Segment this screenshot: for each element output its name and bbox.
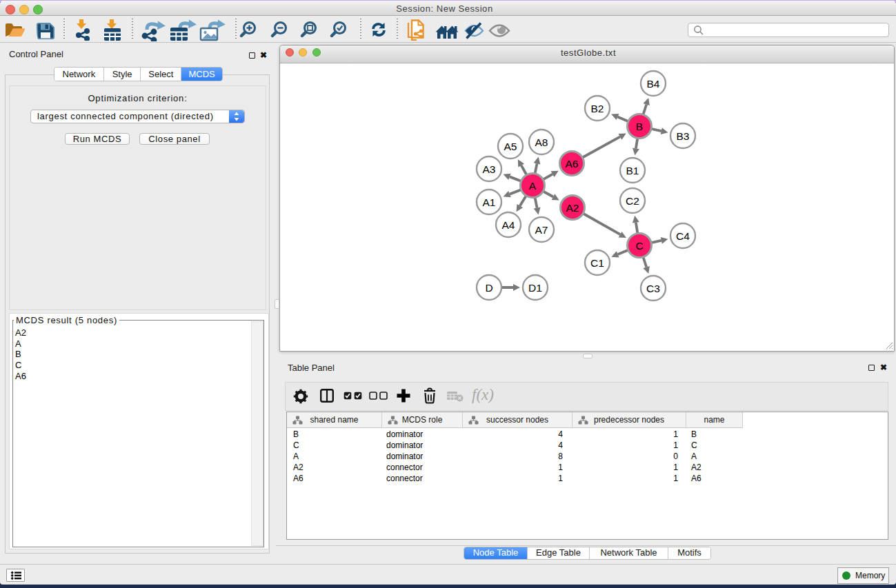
svg-text:A4: A4 xyxy=(502,219,515,231)
svg-text:A2: A2 xyxy=(566,202,579,214)
svg-text:C4: C4 xyxy=(676,230,690,242)
svg-text:B3: B3 xyxy=(677,130,690,142)
svg-text:D: D xyxy=(485,282,492,294)
svg-text:A8: A8 xyxy=(535,136,548,148)
svg-text:B1: B1 xyxy=(626,165,639,176)
svg-text:B: B xyxy=(636,121,643,132)
svg-text:A6: A6 xyxy=(566,158,579,170)
svg-text:A5: A5 xyxy=(504,141,517,152)
svg-text:C1: C1 xyxy=(590,257,604,269)
svg-text:C2: C2 xyxy=(626,195,639,207)
svg-text:D1: D1 xyxy=(528,282,542,294)
svg-text:A7: A7 xyxy=(535,224,548,236)
svg-text:A: A xyxy=(529,180,537,192)
svg-text:A1: A1 xyxy=(483,196,496,208)
svg-text:B4: B4 xyxy=(647,78,660,90)
svg-text:C: C xyxy=(635,240,643,252)
svg-text:C3: C3 xyxy=(646,283,660,294)
svg-text:B2: B2 xyxy=(591,103,604,114)
svg-text:A3: A3 xyxy=(483,163,496,175)
